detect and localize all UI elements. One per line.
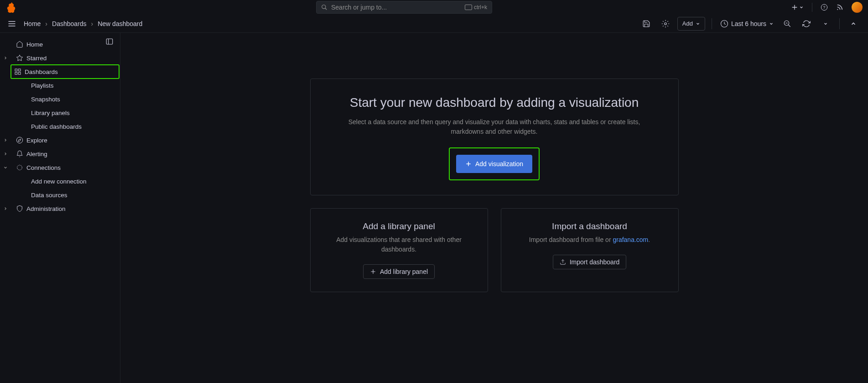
nav-dashboards[interactable]: Dashboards — [11, 65, 119, 79]
save-button[interactable] — [639, 16, 654, 31]
svg-rect-12 — [15, 69, 17, 71]
compass-icon — [16, 136, 24, 144]
search-placeholder: Search or jump to... — [331, 4, 461, 11]
nav-data-sources[interactable]: Data sources — [0, 188, 120, 202]
dashboards-icon — [14, 68, 22, 76]
import-dashboard-button[interactable]: Import dashboard — [553, 255, 627, 269]
main-card-desc: Select a data source and then query and … — [338, 117, 651, 136]
add-viz-highlight: Add visualization — [449, 147, 540, 180]
nav-starred[interactable]: Starred — [0, 51, 120, 65]
chevron-down-icon — [3, 165, 8, 170]
grafana-logo[interactable] — [6, 2, 17, 13]
refresh-dropdown[interactable] — [818, 16, 833, 31]
import-card-desc: Import dashboard from file or grafana.co… — [514, 235, 665, 245]
svg-line-8 — [788, 25, 790, 27]
menu-toggle[interactable] — [7, 19, 16, 28]
sidebar: Home Starred Dashboards Playlists Snapsh… — [0, 33, 120, 383]
breadcrumb-bar: Home › Dashboards › New dashboard Add La… — [0, 15, 868, 33]
chevron-down-icon — [823, 21, 828, 26]
upload-icon — [560, 259, 566, 265]
nav-snapshots[interactable]: Snapshots — [0, 92, 120, 106]
breadcrumb-home[interactable]: Home — [24, 20, 41, 27]
zoom-out-icon — [783, 20, 791, 28]
chevron-right-icon — [3, 152, 8, 156]
clock-icon — [720, 20, 728, 28]
divider — [812, 3, 812, 12]
breadcrumb-current: New dashboard — [98, 20, 142, 27]
gear-icon — [661, 20, 670, 28]
time-range-picker[interactable]: Last 6 hours — [718, 20, 775, 28]
hamburger-icon — [7, 19, 16, 28]
nav-add-connection[interactable]: Add new connection — [0, 174, 120, 188]
chevron-up-icon — [850, 21, 857, 27]
svg-point-16 — [16, 137, 22, 143]
content: Start your new dashboard by adding a vis… — [120, 33, 868, 383]
kbd-shortcut: ctrl+k — [465, 4, 487, 10]
home-icon — [16, 40, 24, 48]
svg-line-1 — [325, 8, 327, 10]
chevron-down-icon — [696, 21, 700, 26]
settings-button[interactable] — [658, 16, 673, 31]
svg-point-5 — [665, 22, 667, 25]
collapse-button[interactable] — [846, 16, 861, 31]
shield-icon — [16, 205, 24, 213]
user-avatar[interactable] — [852, 2, 863, 13]
refresh-icon — [802, 20, 811, 28]
breadcrumb-dashboards[interactable]: Dashboards — [52, 20, 87, 27]
library-card-title: Add a library panel — [323, 221, 475, 231]
toolbar-right: Add Last 6 hours — [639, 16, 861, 31]
import-card-title: Import a dashboard — [514, 221, 665, 231]
bell-icon — [16, 150, 24, 158]
import-dashboard-card: Import a dashboard Import dashboard from… — [501, 208, 679, 292]
help-icon: ? — [821, 3, 828, 11]
nav-home[interactable]: Home — [0, 37, 120, 51]
divider — [712, 18, 712, 29]
svg-rect-13 — [18, 69, 21, 71]
plus-icon — [465, 161, 472, 167]
main-card: Start your new dashboard by adding a vis… — [310, 79, 679, 195]
refresh-button[interactable] — [799, 16, 814, 31]
nav-alerting[interactable]: Alerting — [0, 147, 120, 161]
svg-point-0 — [322, 5, 326, 9]
svg-rect-15 — [18, 72, 21, 74]
add-menu[interactable] — [791, 4, 804, 11]
plug-icon — [16, 163, 24, 172]
chevron-right-icon — [3, 138, 8, 142]
chevron-right-icon: › — [45, 20, 47, 27]
library-panel-card: Add a library panel Add visualizations t… — [310, 208, 488, 292]
chevron-right-icon: › — [91, 20, 94, 27]
nav-playlists[interactable]: Playlists — [0, 79, 120, 92]
chevron-down-icon — [799, 5, 804, 10]
rss-button[interactable] — [836, 4, 843, 11]
nav-explore[interactable]: Explore — [0, 133, 120, 147]
search-bar[interactable]: Search or jump to... ctrl+k — [316, 1, 492, 14]
library-card-desc: Add visualizations that are shared with … — [323, 235, 475, 254]
add-library-panel-button[interactable]: Add library panel — [363, 264, 435, 279]
breadcrumb: Home › Dashboards › New dashboard — [24, 20, 142, 27]
chevron-right-icon — [3, 56, 8, 60]
chevron-right-icon — [3, 206, 8, 211]
star-icon — [16, 54, 24, 62]
nav-public-dashboards[interactable]: Public dashboards — [0, 120, 120, 133]
search-icon — [321, 4, 327, 10]
rss-icon — [836, 4, 843, 11]
grafana-link[interactable]: grafana.com — [613, 236, 648, 243]
svg-point-4 — [837, 9, 838, 10]
svg-rect-14 — [15, 72, 17, 74]
keyboard-icon — [465, 5, 472, 10]
save-icon — [642, 20, 650, 28]
nav-administration[interactable]: Administration — [0, 202, 120, 215]
chevron-down-icon — [769, 21, 774, 26]
add-dropdown[interactable]: Add — [677, 17, 705, 31]
main-card-title: Start your new dashboard by adding a vis… — [338, 95, 651, 110]
header-right: ? — [791, 2, 863, 13]
nav-connections[interactable]: Connections — [0, 161, 120, 174]
nav-library-panels[interactable]: Library panels — [0, 106, 120, 120]
help-button[interactable]: ? — [821, 4, 828, 11]
plus-icon — [370, 268, 376, 275]
top-header: Search or jump to... ctrl+k ? — [0, 0, 868, 15]
plus-icon — [791, 4, 798, 11]
zoom-out-button[interactable] — [780, 16, 795, 31]
main-layout: Home Starred Dashboards Playlists Snapsh… — [0, 33, 868, 383]
add-visualization-button[interactable]: Add visualization — [456, 155, 532, 173]
